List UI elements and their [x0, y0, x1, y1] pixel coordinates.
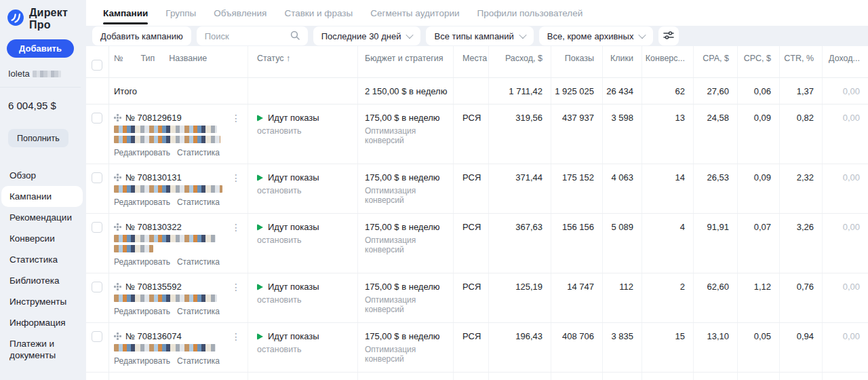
edit-link[interactable]: Редактировать: [114, 148, 170, 157]
campaign-number[interactable]: № 708129619: [125, 113, 182, 123]
budget-cell: 175,00 $ в неделю Оптимизация конверсий: [357, 104, 453, 164]
tab-user-profiles[interactable]: Профили пользователей: [477, 0, 583, 26]
campaign-row: № 708135592 ⋮ Редактировать Статистика И…: [86, 273, 868, 323]
add-campaign-button[interactable]: Добавить кампанию: [92, 26, 191, 45]
clicks-value: 3 835: [602, 323, 642, 372]
sidebar-item-library[interactable]: Библиотека: [0, 270, 86, 291]
sidebar-item-recommendations[interactable]: Рекомендации: [0, 207, 86, 228]
sidebar-item-statistics[interactable]: Статистика: [0, 249, 86, 270]
statistics-link[interactable]: Статистика: [177, 257, 220, 267]
totals-clicks: 26 434: [602, 78, 642, 104]
campaign-name-redacted: [114, 235, 248, 252]
filter-settings-button[interactable]: [658, 26, 679, 45]
revenue-value: 0,00: [822, 164, 868, 213]
budget-cell: 175,00 $ в неделю Оптимизация конверсий: [357, 323, 453, 372]
archive-filter-dropdown[interactable]: Все, кроме архивных: [539, 26, 654, 45]
budget-value: 175,00 $ в неделю: [365, 222, 453, 232]
kebab-menu-icon[interactable]: ⋮: [231, 332, 241, 341]
places-value: РСЯ: [453, 373, 488, 380]
campaign-number[interactable]: № 708130322: [125, 222, 182, 232]
statistics-link[interactable]: Статистика: [177, 356, 220, 366]
totals-spend: 1 711,42: [488, 78, 551, 104]
strategy-label: Оптимизация конверсий: [365, 126, 453, 145]
cpc-column-header[interactable]: CPC, $: [737, 46, 779, 77]
revenue-column-header[interactable]: Доход...: [822, 46, 868, 77]
sidebar-item-label: Платежи и документы: [9, 339, 56, 360]
statistics-link[interactable]: Статистика: [177, 148, 220, 157]
edit-link[interactable]: Редактировать: [114, 197, 170, 207]
ctr-column-header[interactable]: CTR, %: [779, 46, 822, 77]
impressions-column-header[interactable]: Показы: [551, 46, 602, 77]
cpa-value: 13,10: [693, 323, 737, 372]
add-button[interactable]: Добавить: [7, 39, 74, 58]
campaign-number[interactable]: № 708135592: [125, 282, 182, 292]
account-switcher[interactable]: Ioleta: [0, 58, 81, 88]
cpa-column-header[interactable]: CPA, $: [693, 46, 737, 77]
kebab-menu-icon[interactable]: ⋮: [231, 113, 241, 123]
row-checkbox[interactable]: [92, 222, 102, 233]
totals-ctr: 1,37: [779, 78, 822, 104]
places-value: РСЯ: [453, 104, 488, 164]
sidebar-item-campaigns[interactable]: Кампании: [1, 186, 83, 207]
impressions-value: 14 747: [551, 273, 602, 322]
edit-link[interactable]: Редактировать: [114, 356, 170, 366]
sort-ascending-icon: ↑: [286, 54, 290, 63]
row-checkbox[interactable]: [92, 282, 102, 292]
campaign-type-icon: [114, 223, 121, 231]
tab-bids-phrases[interactable]: Ставки и фразы: [284, 0, 353, 26]
stop-link[interactable]: остановить: [257, 186, 301, 195]
budget-column-header[interactable]: Бюджет и стратегия: [357, 46, 453, 77]
kebab-menu-icon[interactable]: ⋮: [231, 282, 241, 292]
cpc-value: 1,12: [737, 273, 779, 322]
status-cell: Идут показы остановить: [248, 104, 357, 164]
kebab-menu-icon[interactable]: ⋮: [231, 173, 241, 183]
row-checkbox[interactable]: [92, 113, 102, 124]
places-column-header[interactable]: Места: [453, 46, 488, 77]
clicks-column-header[interactable]: Клики: [602, 46, 642, 77]
clicks-value: 540: [602, 373, 642, 380]
spend-column-header[interactable]: Расход, $: [488, 46, 551, 77]
stop-link[interactable]: остановить: [257, 345, 301, 354]
sidebar-item-conversions[interactable]: Конверсии: [0, 228, 86, 249]
campaign-number[interactable]: № 708130131: [125, 172, 182, 183]
search-input[interactable]: Поиск: [197, 26, 308, 45]
sidebar-item-label: Библиотека: [9, 276, 59, 286]
sidebar-item-tools[interactable]: Инструменты: [0, 291, 86, 312]
chevron-down-icon: [519, 31, 526, 39]
stop-link[interactable]: остановить: [257, 126, 301, 136]
stop-link[interactable]: остановить: [257, 295, 301, 305]
tab-campaigns[interactable]: Кампании: [103, 0, 148, 26]
name-column-header[interactable]: № Тип Название: [108, 46, 248, 77]
edit-link[interactable]: Редактировать: [114, 307, 170, 316]
stop-link[interactable]: остановить: [257, 235, 301, 245]
conversions-column-header[interactable]: Конверс...: [642, 46, 693, 77]
sidebar-item-overview[interactable]: Обзор: [0, 165, 86, 186]
select-all-checkbox[interactable]: [92, 60, 102, 71]
edit-link[interactable]: Редактировать: [114, 257, 170, 267]
row-checkbox[interactable]: [92, 172, 102, 183]
play-status-icon: [257, 224, 263, 231]
sidebar-item-payments[interactable]: Платежи и документы: [0, 333, 75, 366]
cpc-value: 0,09: [737, 104, 779, 164]
cpc-value: 0,07: [737, 214, 779, 273]
tab-ads[interactable]: Объявления: [214, 0, 267, 26]
row-checkbox[interactable]: [92, 331, 102, 342]
impressions-value: 175 152: [551, 164, 602, 213]
campaign-name-cell: № 708130322 ⋮ Редактировать Статистика: [108, 214, 248, 273]
tab-groups[interactable]: Группы: [165, 0, 196, 26]
spend-value: 125,19: [488, 273, 551, 322]
status-column-header[interactable]: Статус ↑: [248, 46, 357, 77]
date-range-dropdown[interactable]: Последние 30 дней: [313, 26, 421, 45]
tab-audience-segments[interactable]: Сегменты аудитории: [370, 0, 459, 26]
kebab-menu-icon[interactable]: ⋮: [231, 223, 241, 232]
topup-button[interactable]: Пополнить: [8, 129, 68, 147]
statistics-link[interactable]: Статистика: [177, 307, 220, 316]
budget-value: 175,00 $ в неделю: [365, 172, 453, 183]
status-text: Идут показы: [268, 172, 319, 183]
statistics-link[interactable]: Статистика: [177, 197, 220, 207]
conversions-value: 2: [642, 273, 693, 322]
campaign-number[interactable]: № 708136074: [125, 331, 182, 341]
sidebar-item-information[interactable]: Информация: [0, 312, 86, 333]
ctr-value: 0,94: [779, 323, 822, 372]
campaign-type-dropdown[interactable]: Все типы кампаний: [426, 26, 533, 45]
